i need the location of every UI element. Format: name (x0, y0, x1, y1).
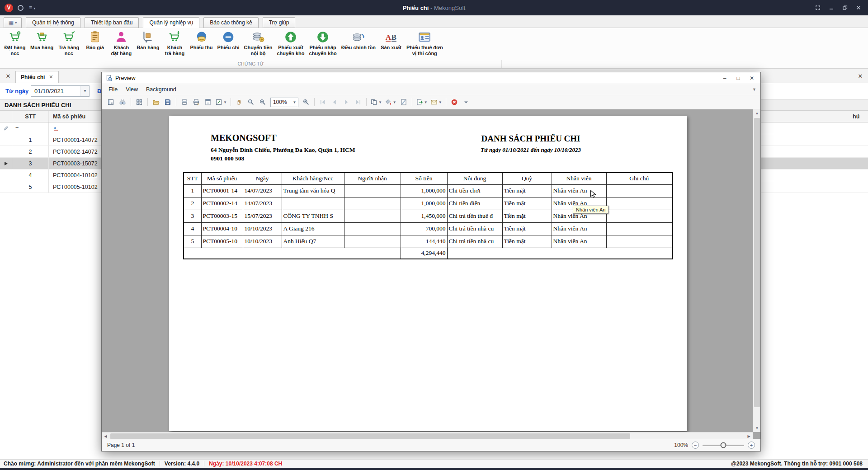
chevron-down-icon[interactable]: ▼ (80, 86, 89, 96)
print-icon[interactable] (179, 97, 190, 108)
menu-tab-5[interactable]: Trợ giúp (263, 17, 296, 28)
preview-menu-background[interactable]: Background (142, 86, 180, 93)
filter-stt-cell[interactable]: = (12, 122, 49, 134)
ribbon-item-14[interactable]: ABSản xuất (378, 29, 404, 51)
document-map-icon (107, 99, 114, 106)
supplier-order-icon (8, 30, 22, 44)
svg-text:a: a (54, 126, 57, 130)
grid-col-stt[interactable]: STT (12, 111, 49, 122)
scale-icon[interactable]: ▼ (214, 97, 228, 108)
menu-tab-3[interactable]: Quản lý nghiệp vụ (143, 17, 199, 28)
customize-icon[interactable] (134, 97, 145, 108)
report-col-header: Người nhận (344, 173, 401, 184)
report-company-phone: 0901 000 508 (211, 154, 355, 163)
report-cell: Tiền mặt (502, 197, 552, 210)
open-icon[interactable] (151, 97, 161, 108)
zoom-in-icon[interactable] (301, 97, 311, 108)
scroll-up-icon[interactable]: ▲ (753, 109, 760, 117)
page-color-icon[interactable]: ▼ (384, 97, 397, 108)
email-icon[interactable]: ▼ (429, 97, 443, 108)
menu-tab-1[interactable]: Quản trị hệ thống (26, 17, 80, 28)
exit-icon[interactable] (449, 97, 460, 108)
zoom-in-icon (302, 99, 310, 106)
ribbon-item-8[interactable]: Phiếu thu (188, 29, 215, 51)
page-setup-icon[interactable] (203, 97, 213, 108)
export-icon[interactable]: ▼ (415, 97, 429, 108)
preview-menu-file[interactable]: File (104, 86, 122, 93)
ribbon-item-3[interactable]: Trả hàng ncc (56, 29, 82, 56)
zoom-slider[interactable] (703, 445, 744, 446)
ribbon-item-5[interactable]: Khách đặt hàng (108, 29, 134, 56)
from-date-input[interactable]: 01/10/2021 ▼ (31, 85, 90, 97)
tab-phieu-chi[interactable]: Phiếu chi ✕ (15, 71, 59, 83)
hand-tool-icon[interactable] (234, 97, 245, 108)
titlebar-circle-icon[interactable] (18, 5, 24, 11)
ribbon-item-6[interactable]: Bán hàng (134, 29, 161, 51)
preview-window: Preview – □ ✕ FileViewBackground ▼ ▼100%… (101, 72, 761, 451)
prev-page-icon[interactable] (329, 97, 340, 108)
panel-close-icon[interactable]: ✕ (856, 72, 864, 80)
report-row-1: 1PCT00001-1414/07/2023Trung tâm văn hóa … (184, 184, 672, 197)
ribbon-item-label: Phiếu nhập chuyển kho (309, 45, 337, 56)
ribbon-item-15[interactable]: Phiếu thuê đơn vị thi công (404, 29, 445, 56)
report-cell: Chi trả tiền thuê đ (447, 210, 502, 222)
zoom-out-button[interactable]: − (692, 442, 699, 449)
restore-icon[interactable] (838, 3, 852, 13)
app-grid-icon[interactable]: ▦▾ (4, 17, 22, 28)
ribbon-item-7[interactable]: Khách trả hàng (161, 29, 188, 56)
svg-text:B: B (392, 33, 396, 42)
vscroll-thumb[interactable] (754, 118, 760, 407)
magnifier-icon[interactable] (245, 97, 256, 108)
zoom-in-button[interactable]: + (748, 442, 755, 449)
page-color-icon (385, 99, 392, 106)
menu-collapse-icon[interactable]: ▼ (752, 87, 756, 92)
zoom-out-icon[interactable] (257, 97, 268, 108)
ribbon-item-13[interactable]: Điều chỉnh tồn (339, 29, 378, 51)
vertical-scrollbar[interactable]: ▲ ▼ (753, 109, 760, 432)
preview-maximize-icon[interactable]: □ (731, 74, 745, 83)
ribbon-item-4[interactable]: Báo giá (82, 29, 108, 51)
menu-tab-2[interactable]: Thiết lập ban đầu (85, 17, 139, 28)
last-page-icon[interactable] (353, 97, 363, 108)
watermark-icon[interactable] (398, 97, 409, 108)
ribbon-item-2[interactable]: Mua hàng (28, 29, 56, 51)
ribbon-item-11[interactable]: Phiếu xuất chuyển kho (274, 29, 307, 56)
ribbon-item-1[interactable]: Đặt hàng ncc (2, 29, 28, 56)
grid-col-ghichu-partial: hú (853, 111, 859, 122)
zoom-slider-knob[interactable] (721, 442, 726, 448)
report-cell (282, 197, 344, 210)
menu-tab-4[interactable]: Báo cáo thống kê (203, 17, 258, 28)
fullscreen-icon[interactable] (811, 3, 825, 13)
toolbar-overflow-icon[interactable] (461, 97, 472, 108)
save-icon[interactable] (162, 97, 173, 108)
multiple-pages-icon[interactable]: ▼ (369, 97, 383, 108)
minimize-icon[interactable] (825, 3, 838, 13)
document-map-icon[interactable] (105, 97, 116, 108)
scroll-down-icon[interactable]: ▼ (753, 424, 760, 432)
export-icon (416, 99, 423, 106)
ribbon-item-10[interactable]: Chuyển tiền nội bộ (241, 29, 274, 56)
report-company-name: MEKONGSOFT (211, 133, 355, 143)
preview-title: Preview (115, 75, 135, 81)
preview-minimize-icon[interactable]: – (718, 74, 731, 83)
search-icon[interactable] (117, 97, 128, 108)
first-page-icon[interactable] (317, 97, 328, 108)
quick-access-menu-icon[interactable]: ≡ ▾ (29, 5, 35, 11)
zoom-combo[interactable]: 100%▼ (270, 98, 298, 107)
preview-menu-view[interactable]: View (122, 86, 142, 93)
preview-close-icon[interactable]: ✕ (745, 74, 759, 83)
preview-titlebar[interactable]: Preview – □ ✕ (102, 72, 760, 84)
open-icon (152, 99, 160, 106)
report-col-header: Số tiền (401, 173, 447, 184)
ribbon-item-12[interactable]: Phiếu nhập chuyển kho (307, 29, 339, 56)
close-tab-icon[interactable]: ✕ (4, 71, 13, 80)
next-page-icon[interactable] (341, 97, 352, 108)
app-logo-icon[interactable]: V (5, 4, 13, 12)
toolbar-separator (231, 98, 231, 106)
svg-text:A: A (386, 33, 392, 42)
quick-print-icon[interactable] (191, 97, 202, 108)
ribbon-item-9[interactable]: Phiếu chi (215, 29, 242, 51)
close-icon[interactable] (852, 3, 865, 13)
toolbar-separator (314, 98, 315, 106)
tab-close-icon[interactable]: ✕ (49, 74, 53, 80)
